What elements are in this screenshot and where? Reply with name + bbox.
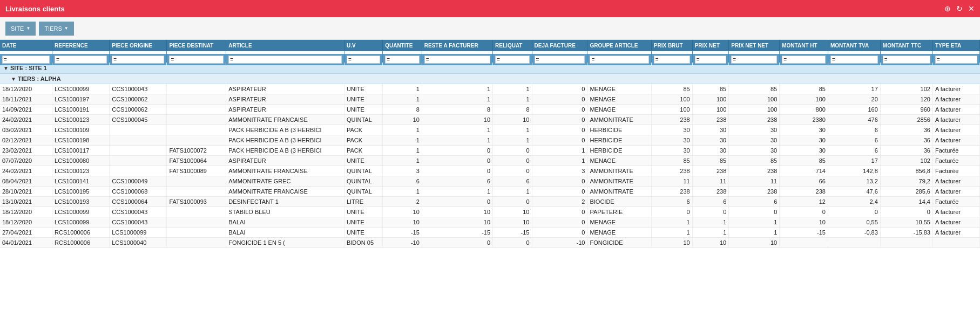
filter-prix-brut[interactable] (651, 54, 692, 65)
filter-type-eta-input[interactable] (935, 56, 977, 64)
cell-11: 30 (651, 146, 692, 156)
filter-groupe[interactable] (587, 54, 651, 65)
cell-8: 10 (493, 217, 532, 228)
col-header-piece-destinat: PIECE DESTINAT (167, 40, 226, 51)
filter-montant-ht[interactable] (780, 54, 828, 65)
filter-reference[interactable] (52, 54, 110, 65)
cell-2: CCS1000049 (110, 176, 167, 187)
cell-3 (167, 217, 226, 228)
cell-10: AMMONITRATE (587, 176, 651, 187)
cell-13: 100 (729, 94, 780, 105)
cell-9: 0 (532, 187, 587, 197)
table-row[interactable]: 13/10/2021LCS1000193CCS1000064FATS100009… (0, 197, 980, 207)
filter-uv[interactable] (344, 54, 382, 65)
filter-article[interactable] (226, 54, 344, 65)
cell-16: 79,2 (880, 176, 932, 187)
table-row[interactable]: 24/02/2021LCS1000123FATS1000089AMMONITRA… (0, 166, 980, 176)
filter-prix-net-input[interactable] (695, 56, 727, 64)
cell-2 (110, 166, 167, 176)
cell-2: CCS1000043 (110, 84, 167, 94)
table-body: ▼ SITE : SITE 1▼ TIERS : ALPHA18/12/2020… (0, 63, 980, 248)
cell-10: HERBICIDE (587, 146, 651, 156)
filter-reliquat-input[interactable] (495, 56, 529, 64)
filter-montant-tva-input[interactable] (830, 56, 878, 64)
table-row[interactable]: 24/02/2021LCS1000123CCS1000045AMMONITRAT… (0, 115, 980, 125)
table-row[interactable]: 28/10/2021LCS1000195CCS1000068AMMONITRAT… (0, 187, 980, 197)
refresh-icon[interactable]: ↻ (956, 4, 963, 13)
table-row[interactable]: 27/04/2021RCS1000006LCS1000099BALAIUNITE… (0, 228, 980, 238)
tiers-expand-icon[interactable]: ▼ (11, 76, 16, 82)
cell-6: 10 (383, 115, 422, 125)
table-row[interactable]: 14/09/2021LCS1000191CCS1000062ASPIRATEUR… (0, 105, 980, 115)
table-row[interactable]: 07/07/2020LCS1000080FATS1000064ASPIRATEU… (0, 156, 980, 166)
table-row[interactable]: 03/02/2021LCS1000109PACK HERBICIDE A B (… (0, 125, 980, 135)
filter-montant-tva[interactable] (828, 54, 880, 65)
cell-11: 1 (651, 228, 692, 238)
filter-raf-input[interactable] (424, 56, 490, 64)
cell-16: 102 (880, 156, 932, 166)
cell-14: 30 (780, 125, 828, 135)
cell-11: 85 (651, 84, 692, 94)
table-row[interactable]: 18/12/2020LCS1000099CCS1000043BALAIUNITE… (0, 217, 980, 228)
cell-1: RCS1000006 (52, 238, 110, 248)
filter-deja-facture[interactable] (532, 54, 587, 65)
filter-raf[interactable] (422, 54, 492, 65)
filter-piece-destinat-input[interactable] (169, 56, 224, 64)
cell-15: 6 (828, 135, 880, 146)
filter-prix-net-net[interactable] (729, 54, 780, 65)
filter-quantite-input[interactable] (385, 56, 420, 64)
cell-10: MENAGE (587, 156, 651, 166)
filter-montant-ht-input[interactable] (782, 56, 826, 64)
filter-prix-net[interactable] (692, 54, 729, 65)
cell-12: 10 (692, 238, 729, 248)
table-row[interactable]: 18/11/2021LCS1000197CCS1000062ASPIRATEUR… (0, 94, 980, 105)
table-row[interactable]: 23/02/2021LCS1000117FATS1000072PACK HERB… (0, 146, 980, 156)
filter-deja-facture-input[interactable] (535, 56, 585, 64)
cell-5: UNITE (344, 217, 382, 228)
cell-7: 6 (422, 176, 492, 187)
filter-piece-origine-input[interactable] (112, 56, 164, 64)
site-filter-button[interactable]: SITE ▼ (5, 22, 36, 36)
cell-14 (780, 238, 828, 248)
share-icon[interactable]: ⊕ (944, 4, 951, 13)
filter-article-input[interactable] (228, 56, 342, 64)
filter-prix-net-net-input[interactable] (731, 56, 777, 64)
cell-0: 02/12/2021 (0, 135, 52, 146)
filter-reference-input[interactable] (55, 56, 107, 64)
table-row[interactable]: 02/12/2021LCS1000198PACK HERBICIDE A B (… (0, 135, 980, 146)
cell-14: 30 (780, 135, 828, 146)
cell-17: A facturer (932, 187, 979, 197)
filter-date[interactable] (0, 54, 52, 65)
cell-10: AMMONITRATE (587, 115, 651, 125)
filter-prix-brut-input[interactable] (654, 56, 690, 64)
cell-3: FATS1000072 (167, 146, 226, 156)
filter-type-eta[interactable] (932, 54, 979, 65)
close-icon[interactable]: ✕ (968, 4, 975, 13)
filter-groupe-input[interactable] (590, 56, 648, 64)
tiers-filter-button[interactable]: TIERS ▼ (39, 22, 73, 36)
cell-2 (110, 146, 167, 156)
filter-uv-input[interactable] (347, 56, 380, 64)
filter-piece-origine[interactable] (110, 54, 167, 65)
table-row[interactable]: 08/04/2021LCS1000141CCS1000049AMMONITRAT… (0, 176, 980, 187)
cell-4: PACK HERBICIDE A B (3 HERBICI (226, 146, 344, 156)
table-row[interactable]: 18/12/2020LCS1000099CCS1000043STABILO BL… (0, 207, 980, 217)
cell-7: 0 (422, 197, 492, 207)
site-expand-icon[interactable]: ▼ (3, 65, 9, 71)
filter-montant-ttc-input[interactable] (883, 56, 930, 64)
cell-7: 1 (422, 125, 492, 135)
cell-3 (167, 105, 226, 115)
filter-montant-ttc[interactable] (880, 54, 932, 65)
cell-6: 1 (383, 187, 422, 197)
filter-date-input[interactable] (2, 56, 50, 64)
cell-16: 960 (880, 105, 932, 115)
app-container: Livraisons clients ⊕ ↻ ✕ SITE ▼ TIERS ▼ … (0, 0, 980, 330)
filter-reliquat[interactable] (493, 54, 532, 65)
cell-9: 0 (532, 94, 587, 105)
filter-quantite[interactable] (383, 54, 422, 65)
table-row[interactable]: 04/01/2021RCS1000006LCS1000040FONGICIDE … (0, 238, 980, 248)
table-row[interactable]: 18/12/2020LCS1000099CCS1000043ASPIRATEUR… (0, 84, 980, 94)
cell-12: 100 (692, 105, 729, 115)
filter-piece-destinat[interactable] (167, 54, 226, 65)
col-header-groupe-article: GROUPE ARTICLE (587, 40, 651, 51)
